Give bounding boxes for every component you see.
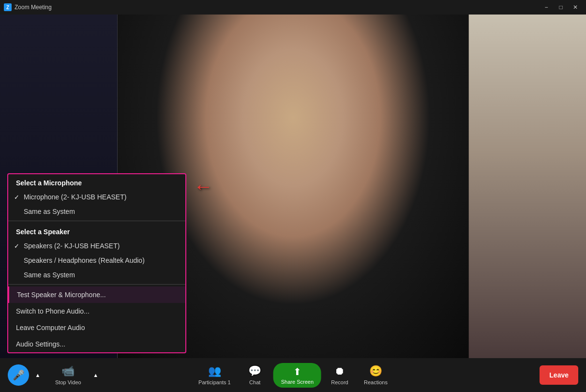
divider-1 (8, 221, 185, 221)
title-bar-left: Z Zoom Meeting (4, 3, 52, 11)
participants-icon: 👥 (208, 365, 221, 377)
window-controls: − □ ✕ (540, 2, 582, 12)
record-label: Record (331, 379, 348, 385)
toolbar-center: 👥 Participants 1 💬 Chat ⬆ Share Screen ⏺… (193, 362, 393, 388)
stop-video-button[interactable]: 📹 Stop Video (49, 362, 87, 388)
divider-2 (8, 284, 185, 285)
video-chevron-icon: ▲ (93, 372, 98, 378)
mic-option-2[interactable]: Same as System (8, 204, 185, 219)
mic-option-1[interactable]: Microphone (2- KJ-USB HEASET) (8, 190, 185, 204)
toolbar-right: Leave (540, 365, 578, 385)
mute-button[interactable]: 🎤 (8, 364, 29, 386)
chat-label: Chat (249, 379, 260, 385)
speaker-option-1[interactable]: Speakers (2- KJ-USB HEASET) (8, 239, 185, 253)
mic-icon: 🎤 (13, 369, 25, 381)
arrow-indicator: ← (194, 176, 213, 197)
speaker-option-2-label: Speakers / Headphones (Realtek Audio) (24, 256, 145, 264)
leave-button[interactable]: Leave (540, 365, 578, 385)
audio-settings-button[interactable]: Audio Settings... (8, 336, 185, 352)
switch-phone-audio-label: Switch to Phone Audio... (16, 307, 90, 315)
mic-chevron-button[interactable]: ▲ (31, 365, 45, 385)
speaker-option-3[interactable]: Same as System (8, 268, 185, 282)
mic-option-1-label: Microphone (2- KJ-USB HEASET) (24, 193, 126, 201)
maximize-button[interactable]: □ (554, 2, 568, 12)
speaker-option-1-label: Speakers (2- KJ-USB HEASET) (24, 242, 120, 250)
record-icon: ⏺ (334, 365, 345, 377)
video-chevron-button[interactable]: ▲ (89, 365, 103, 385)
microphone-section-header: Select a Microphone (8, 174, 185, 190)
reactions-icon: 😊 (369, 365, 382, 377)
test-speaker-mic-label: Test Speaker & Microphone... (17, 291, 106, 299)
audio-dropdown-menu: Select a Microphone Microphone (2- KJ-US… (7, 173, 186, 353)
stop-video-label: Stop Video (55, 379, 81, 385)
leave-computer-audio-label: Leave Computer Audio (16, 324, 85, 332)
title-bar: Z Zoom Meeting − □ ✕ (0, 0, 586, 15)
share-screen-label: Share Screen (281, 379, 314, 385)
title-bar-title: Zoom Meeting (15, 4, 52, 11)
speaker-option-3-label: Same as System (24, 271, 75, 279)
bg-right (457, 15, 586, 358)
share-screen-icon: ⬆ (293, 366, 301, 377)
record-button[interactable]: ⏺ Record (325, 362, 354, 388)
reactions-button[interactable]: 😊 Reactions (358, 362, 393, 388)
chat-icon: 💬 (248, 365, 261, 377)
minimize-button[interactable]: − (540, 2, 553, 12)
zoom-icon: Z (4, 3, 12, 11)
test-speaker-mic-button[interactable]: Test Speaker & Microphone... (8, 286, 185, 303)
close-button[interactable]: ✕ (569, 2, 582, 12)
speaker-option-2[interactable]: Speakers / Headphones (Realtek Audio) (8, 253, 185, 268)
chat-button[interactable]: 💬 Chat (240, 362, 270, 388)
video-icon: 📹 (61, 365, 75, 377)
audio-settings-label: Audio Settings... (16, 340, 65, 348)
switch-phone-audio-button[interactable]: Switch to Phone Audio... (8, 303, 185, 319)
leave-computer-audio-button[interactable]: Leave Computer Audio (8, 319, 185, 336)
toolbar: 🎤 ▲ 📹 Stop Video ▲ 👥 Participants 1 💬 Ch… (0, 358, 586, 392)
toolbar-left: 🎤 ▲ 📹 Stop Video ▲ (8, 362, 103, 388)
mic-chevron-icon: ▲ (35, 372, 41, 378)
mic-option-2-label: Same as System (24, 208, 75, 215)
participants-label: Participants 1 (198, 379, 231, 385)
participants-button[interactable]: 👥 Participants 1 (193, 362, 237, 388)
reactions-label: Reactions (364, 379, 388, 385)
share-screen-button[interactable]: ⬆ Share Screen (273, 363, 321, 388)
speaker-section-header: Select a Speaker (8, 223, 185, 239)
video-area: ← Select a Microphone Microphone (2- KJ-… (0, 15, 586, 358)
